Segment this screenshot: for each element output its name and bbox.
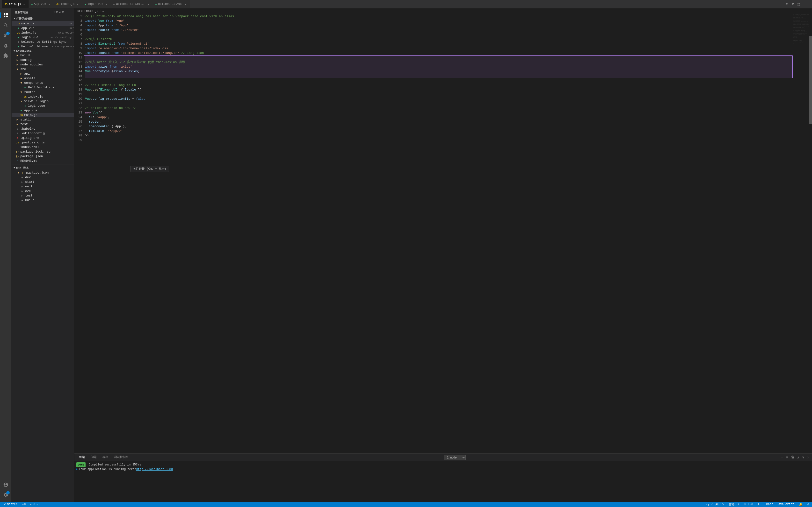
tree-item--babelrc[interactable]: ⚙ .babelrc xyxy=(12,126,74,131)
terminal-trash-icon[interactable]: 🗑 xyxy=(790,455,795,460)
npm-script-dev[interactable]: ▶ dev xyxy=(12,175,74,180)
terminal-close-icon[interactable]: ✕ xyxy=(806,455,810,460)
tab-settings-sync[interactable]: ⚙ Welcome to Settings Sync ✕ xyxy=(111,0,153,8)
code-line-24[interactable]: el: '#app', xyxy=(85,115,793,119)
tab-close-btn[interactable]: ✕ xyxy=(22,2,26,6)
tab-main-js[interactable]: JS main.js ✕ xyxy=(2,0,29,8)
npm-script-e2e[interactable]: ▶ e2e xyxy=(12,189,74,193)
code-line-5[interactable]: import router from './router' xyxy=(85,28,793,32)
sync-status[interactable]: ↻ 0 xyxy=(21,502,27,507)
tree-item-main-js[interactable]: JS main.js xyxy=(12,113,74,117)
notifications-status[interactable]: 🔔 xyxy=(798,502,804,507)
new-folder-icon[interactable]: ⊞ xyxy=(56,10,58,14)
breadcrumb-file[interactable]: main.js xyxy=(86,9,98,13)
activity-scm[interactable]: 1 xyxy=(1,31,11,40)
breadcrumb-src[interactable]: src xyxy=(77,9,83,13)
tree-item-src[interactable]: ▼ src xyxy=(12,67,74,71)
scrollbar[interactable] xyxy=(809,14,812,453)
encoding-status[interactable]: UTF-8 xyxy=(743,502,754,507)
code-line-23[interactable]: new Vue({ xyxy=(85,110,793,115)
layout-icon[interactable]: ⬚ xyxy=(797,1,800,7)
activity-search[interactable] xyxy=(1,20,11,30)
tree-item-package-json[interactable]: {} package.json xyxy=(12,154,74,159)
history-icon[interactable]: ⟳ xyxy=(785,1,790,7)
npm-header[interactable]: ▼ NPM 脚本 xyxy=(12,165,74,170)
open-editor-item[interactable]: ⚙ Welcome to Settings Sync xyxy=(12,40,74,44)
tab-close-btn[interactable]: ✕ xyxy=(184,2,188,6)
tree-item-static[interactable]: ▶ static xyxy=(12,117,74,122)
activity-settings[interactable]: 1 xyxy=(1,490,11,500)
eol-status[interactable]: LF xyxy=(757,502,762,507)
new-file-icon[interactable]: + xyxy=(53,10,55,14)
code-line-14[interactable]: Vue.prototype.$axios = axios; xyxy=(85,69,793,74)
code-line-20[interactable]: Vue.config.productionTip = false xyxy=(85,97,793,101)
code-line-7[interactable]: //引入 ElementUI xyxy=(85,37,793,42)
tab-debug-console[interactable]: 调试控制台 xyxy=(111,454,132,461)
terminal-add-icon[interactable]: + xyxy=(780,455,784,460)
code-line-13[interactable]: import axios from 'axios' xyxy=(85,64,793,69)
tree-item-components[interactable]: ▼ components xyxy=(12,80,74,85)
tree-item--gitignore[interactable]: ◎ .gitignore xyxy=(12,136,74,140)
code-editor[interactable]: 2345678910111213141516171819202122232425… xyxy=(74,14,812,453)
code-line-11[interactable] xyxy=(85,55,793,60)
language-status[interactable]: Babel JavaScript xyxy=(765,502,795,507)
breadcrumb-symbol[interactable]: … xyxy=(102,9,104,13)
tab-index-js[interactable]: JS index.js ✕ xyxy=(54,0,83,8)
code-line-26[interactable]: components: { App }, xyxy=(85,124,793,129)
tree-item-assets[interactable]: ▶ assets xyxy=(12,76,74,80)
tree-item-test[interactable]: ▶ test xyxy=(12,122,74,126)
terminal-up-icon[interactable]: ∧ xyxy=(796,455,800,460)
code-line-21[interactable] xyxy=(85,101,793,106)
code-line-27[interactable]: template: '<App/>' xyxy=(85,129,793,133)
scrollbar-thumb[interactable] xyxy=(809,36,812,124)
tree-item-app-vue[interactable]: ◈ App.vue xyxy=(12,108,74,113)
tree-item-index-js[interactable]: JS index.js xyxy=(12,95,74,99)
terminal-type-select[interactable]: 1: node 2: bash xyxy=(444,455,466,460)
open-editor-item[interactable]: JS index.js src/router xyxy=(12,31,74,35)
code-line-19[interactable] xyxy=(85,92,793,97)
code-line-10[interactable]: import locale from 'element-ui/lib/local… xyxy=(85,51,793,55)
code-line-25[interactable]: router, xyxy=(85,119,793,124)
npm-script-start[interactable]: ▶ start xyxy=(12,180,74,184)
knowledge-header[interactable]: ▼ KNOWLEDGE xyxy=(12,49,74,53)
tab-close-btn[interactable]: ✕ xyxy=(104,2,108,6)
refresh-icon[interactable]: ↺ xyxy=(59,10,61,14)
tab-helloworld-vue[interactable]: ◈ HelloWorld.vue ✕ xyxy=(153,0,190,8)
code-line-18[interactable]: Vue.use(ElementUI, { locale }) xyxy=(85,88,793,92)
tree-item--postcssrc-js[interactable]: JS .postcssrc.js xyxy=(12,140,74,145)
tree-item-helloworld-vue[interactable]: ◈ HelloWorld.vue xyxy=(12,85,74,90)
tree-item-router[interactable]: ▼ router xyxy=(12,90,74,95)
terminal-down-icon[interactable]: ∨ xyxy=(801,455,805,460)
npm-package-json[interactable]: ▼ {} package.json xyxy=(12,170,74,175)
more-icon[interactable]: ··· xyxy=(802,1,810,7)
activity-extensions[interactable] xyxy=(1,51,11,61)
more-options-icon[interactable]: ··· xyxy=(65,10,71,14)
tab-close-btn[interactable]: ✕ xyxy=(47,2,51,6)
code-line-17[interactable]: // set ElementUI lang to EN xyxy=(85,83,793,88)
code-line-2[interactable]: // (runtime-only or standalone) has been… xyxy=(85,14,793,18)
code-content[interactable]: // (runtime-only or standalone) has been… xyxy=(84,14,793,453)
run-url[interactable]: http://localhost:8080 xyxy=(136,467,173,471)
tab-problems[interactable]: 问题 xyxy=(88,454,100,461)
npm-script-test[interactable]: ▶ test xyxy=(12,193,74,198)
code-line-3[interactable]: import Vue from 'vue' xyxy=(85,18,793,23)
tree-item-views---login[interactable]: ▼ views / login xyxy=(12,99,74,104)
activity-debug[interactable] xyxy=(1,41,11,50)
code-line-9[interactable]: import 'element-ui/lib/theme-chalk/index… xyxy=(85,46,793,51)
code-line-6[interactable] xyxy=(85,32,793,37)
tab-close-btn[interactable]: ✕ xyxy=(75,2,80,6)
tree-item-api[interactable]: ▶ api xyxy=(12,71,74,76)
code-line-8[interactable]: import ElementUI from 'element-ui' xyxy=(85,42,793,46)
feedback-status[interactable]: ☺ xyxy=(806,502,810,507)
tree-item-login-vue[interactable]: ◈ login.vue xyxy=(12,104,74,108)
cursor-position-status[interactable]: 行 7，列 15 xyxy=(705,502,725,507)
git-branch-status[interactable]: ⎇ master xyxy=(2,502,18,507)
code-line-16[interactable] xyxy=(85,78,793,83)
code-line-12[interactable]: //引入 axios 并注入 vue 实例全局对象 使用 this.$axios… xyxy=(85,60,793,64)
tree-item-package-lock-json[interactable]: {} package-lock.json xyxy=(12,150,74,154)
tree-item-build[interactable]: ▶ build xyxy=(12,53,74,58)
error-warning-status[interactable]: ⊘ 0 ⚠ 0 xyxy=(30,502,42,507)
activity-explorer[interactable] xyxy=(1,10,11,20)
code-line-15[interactable] xyxy=(85,74,793,78)
npm-script-build[interactable]: ▶ build xyxy=(12,198,74,203)
